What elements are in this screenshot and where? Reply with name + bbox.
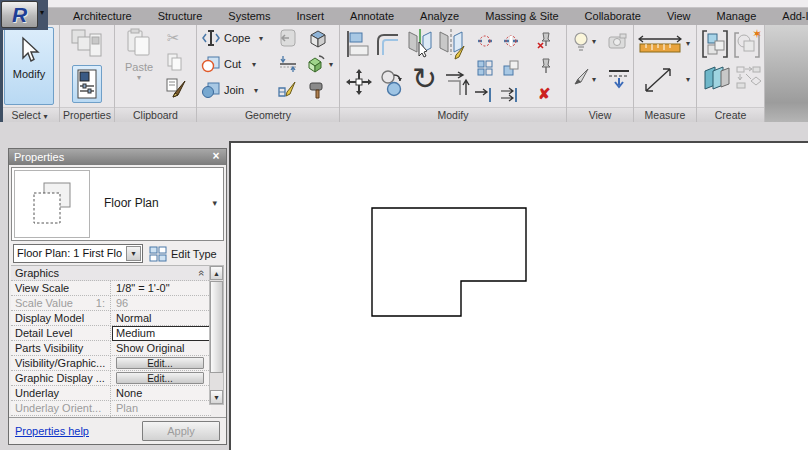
delete-icon[interactable]: ✘ — [538, 85, 551, 103]
app-menu-dropdown-icon[interactable]: ▾ — [40, 8, 44, 17]
section-knife-icon[interactable] — [572, 67, 590, 87]
cut-dropdown-icon[interactable]: ▾ — [252, 60, 256, 69]
dimension-dropdown-icon[interactable]: ▾ — [686, 75, 690, 84]
scrollbar-thumb[interactable] — [210, 281, 223, 373]
tab-annotate[interactable]: Annotate — [337, 8, 407, 25]
collapse-section-icon[interactable]: « — [196, 270, 208, 276]
view-visibility-dropdown-icon[interactable]: ▾ — [592, 37, 596, 46]
revit-app-button[interactable]: R — [1, 1, 38, 28]
edit-visibility-button[interactable]: Edit... — [116, 357, 204, 369]
detail-level-editbox[interactable]: Medium — [112, 326, 210, 341]
properties-scrollbar[interactable]: ▲ ▼ — [209, 265, 224, 405]
panel-label-measure[interactable]: Measure — [634, 107, 696, 122]
join-button[interactable]: Join — [224, 84, 244, 96]
cut-geometry-icon[interactable] — [201, 55, 221, 73]
unpin-icon[interactable] — [536, 31, 554, 49]
array-icon[interactable] — [476, 59, 494, 77]
mirror-pick-axis-icon[interactable] — [406, 28, 434, 60]
view-selector-combobox[interactable]: Floor Plan: 1 First Flo ▾ — [13, 244, 143, 263]
tab-collaborate[interactable]: Collaborate — [572, 8, 654, 25]
unjoin-geometry-icon[interactable] — [305, 54, 327, 74]
property-value[interactable]: Normal — [112, 311, 211, 326]
tab-systems[interactable]: Systems — [215, 8, 283, 25]
tab-architecture[interactable]: Architecture — [60, 8, 145, 25]
scroll-up-icon[interactable]: ▲ — [210, 266, 223, 280]
cope-dropdown-icon[interactable]: ▾ — [259, 34, 263, 43]
unjoin-dropdown-icon[interactable]: ▾ — [329, 60, 333, 69]
scale-icon[interactable] — [502, 59, 520, 77]
panel-label-create[interactable]: Create — [697, 107, 764, 122]
join-dropdown-icon[interactable]: ▾ — [254, 86, 258, 95]
graphics-section-header[interactable]: Graphics « — [11, 266, 211, 281]
cut-button[interactable]: Cut — [224, 58, 241, 70]
select-dropdown-icon[interactable]: ▾ — [44, 112, 48, 121]
measure-ruler-icon[interactable] — [638, 33, 682, 53]
property-value-editor[interactable]: Medium — [112, 326, 211, 341]
demolish-hammer-icon[interactable] — [307, 80, 329, 100]
scroll-down-icon[interactable]: ▼ — [210, 390, 223, 404]
match-properties-brush-icon[interactable] — [165, 77, 187, 99]
tab-manage[interactable]: Manage — [704, 8, 770, 25]
property-row-visibility-graphics[interactable]: Visibility/Graphic... Edit... — [11, 356, 211, 371]
lightbulb-icon[interactable] — [573, 31, 589, 53]
property-row-view-scale[interactable]: View Scale 1/8" = 1'-0" — [11, 281, 211, 296]
panel-label-select[interactable]: Select ▾ — [0, 107, 59, 122]
beam-column-joins-icon[interactable] — [277, 54, 299, 74]
type-selector[interactable]: Floor Plan ▾ — [11, 167, 224, 241]
panel-label-view[interactable]: View — [567, 107, 633, 122]
panel-label-clipboard[interactable]: Clipboard — [115, 107, 196, 122]
property-row-display-model[interactable]: Display Model Normal — [11, 311, 211, 326]
offset-icon[interactable] — [374, 29, 402, 59]
panel-label-properties[interactable]: Properties — [60, 107, 114, 122]
cope-icon[interactable] — [202, 30, 220, 46]
split-element-icon[interactable] — [476, 33, 494, 49]
property-value[interactable]: 1/8" = 1'-0" — [112, 281, 211, 296]
property-row-graphic-display[interactable]: Graphic Display ... Edit... — [11, 371, 211, 386]
property-row-underlay[interactable]: Underlay None — [11, 386, 211, 401]
type-selector-dropdown-icon[interactable]: ▾ — [212, 198, 217, 208]
quick-access-toolbar[interactable] — [0, 0, 808, 8]
pin-icon[interactable] — [538, 57, 554, 75]
create-group-icon[interactable] — [701, 29, 729, 59]
modify-tool-button[interactable]: Modify — [4, 27, 54, 105]
properties-help-link[interactable]: Properties help — [15, 425, 89, 437]
property-value[interactable]: Show Original — [112, 341, 211, 356]
trim-extend-corner-icon[interactable] — [444, 67, 474, 97]
rotate-icon[interactable]: ↻ — [412, 63, 437, 95]
aligned-dimension-icon[interactable] — [642, 65, 674, 95]
knife-dropdown-icon[interactable]: ▾ — [592, 75, 596, 84]
tab-structure[interactable]: Structure — [145, 8, 216, 25]
trim-extend-multiple-icon[interactable] — [500, 87, 520, 103]
split-with-gap-icon[interactable] — [502, 33, 520, 49]
properties-palette-toggle[interactable] — [72, 65, 102, 103]
tab-insert[interactable]: Insert — [284, 8, 338, 25]
tab-analyze[interactable]: Analyze — [407, 8, 472, 25]
mirror-draw-axis-icon[interactable] — [438, 28, 466, 60]
linework-icon[interactable] — [607, 67, 631, 89]
assembly-panels-icon[interactable] — [701, 63, 731, 91]
join-geometry-icon[interactable] — [201, 81, 221, 99]
properties-palette-titlebar[interactable]: Properties × — [9, 149, 226, 165]
move-icon[interactable] — [344, 67, 374, 97]
tab-add-ins[interactable]: Add-Ins — [769, 8, 808, 25]
combobox-dropdown-icon[interactable]: ▾ — [126, 246, 141, 261]
apply-button[interactable]: Apply — [142, 421, 220, 441]
panel-label-geometry[interactable]: Geometry — [197, 107, 339, 122]
tab-view[interactable]: View — [654, 8, 704, 25]
paint-face-icon[interactable] — [307, 28, 329, 48]
floor-plan-wall-outline[interactable] — [372, 208, 526, 316]
property-row-detail-level[interactable]: Detail Level Medium — [11, 326, 211, 341]
cope-button[interactable]: Cope — [224, 32, 250, 44]
close-icon[interactable]: × — [209, 149, 223, 165]
tab-massing-site[interactable]: Massing & Site — [472, 8, 571, 25]
copy-modify-icon[interactable] — [378, 69, 406, 97]
property-row-parts-visibility[interactable]: Parts Visibility Show Original — [11, 341, 211, 356]
measure-dropdown-icon[interactable]: ▾ — [686, 39, 690, 48]
split-face-icon[interactable] — [277, 80, 299, 100]
property-value[interactable]: None — [112, 386, 211, 401]
paste-button[interactable]: Paste ▾ — [119, 27, 159, 82]
panel-label-modify[interactable]: Modify — [340, 107, 566, 122]
edit-graphic-display-button[interactable]: Edit... — [116, 372, 204, 384]
drawing-canvas[interactable] — [229, 141, 808, 450]
trim-extend-single-icon[interactable] — [474, 87, 494, 103]
